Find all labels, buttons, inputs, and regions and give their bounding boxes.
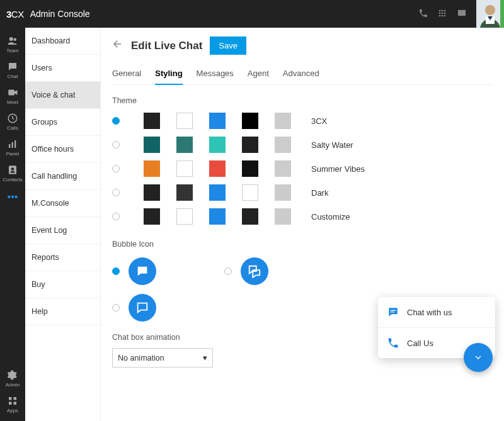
color-swatch[interactable] (176, 208, 193, 225)
dialpad-icon[interactable] (437, 8, 447, 20)
rail-item-team[interactable]: Team (0, 31, 25, 57)
rail-item-chat[interactable]: Chat (0, 57, 25, 83)
sidenav-item[interactable]: M.Console (25, 190, 100, 217)
svg-point-3 (439, 12, 441, 14)
tab[interactable]: General (112, 64, 141, 84)
animation-select-value: No animation (118, 354, 164, 362)
sidenav-item[interactable]: Office hours (25, 136, 100, 163)
color-swatch[interactable] (275, 137, 291, 153)
svg-rect-24 (9, 402, 12, 405)
theme-row: Summer Vibes (112, 160, 493, 177)
rail-item-admin[interactable]: Admin (0, 366, 25, 391)
rail-item-contacts[interactable]: Contacts (0, 160, 25, 186)
theme-row: Dark (112, 184, 493, 201)
theme-radio[interactable] (112, 213, 120, 220)
svg-rect-18 (14, 140, 16, 148)
color-swatch[interactable] (242, 208, 258, 225)
book-icon[interactable] (456, 8, 467, 20)
color-swatch[interactable] (176, 160, 193, 177)
rail-item-meet[interactable]: Meet (0, 83, 25, 109)
theme-radio[interactable] (112, 117, 120, 125)
sidenav-item[interactable]: Users (25, 55, 100, 82)
color-swatch[interactable] (144, 160, 160, 177)
chat-widget-fab[interactable] (464, 343, 493, 372)
color-swatch[interactable] (144, 137, 160, 153)
color-swatch[interactable] (242, 137, 258, 153)
svg-point-20 (11, 167, 14, 171)
theme-label: 3CX (311, 116, 327, 126)
svg-point-4 (442, 12, 444, 14)
color-swatch[interactable] (176, 137, 193, 153)
rail-more-icon[interactable]: ••• (8, 186, 18, 208)
chat-option-call-label: Call Us (407, 339, 433, 348)
color-swatch[interactable] (275, 113, 291, 129)
dial-icon[interactable] (418, 8, 428, 20)
color-swatch[interactable] (242, 113, 258, 129)
theme-label: Salty Water (311, 140, 353, 150)
tab[interactable]: Advanced (283, 64, 319, 84)
tab[interactable]: Messages (197, 64, 234, 84)
svg-rect-27 (391, 312, 394, 312)
color-swatch[interactable] (275, 208, 291, 225)
color-swatch[interactable] (209, 113, 226, 129)
bubble-icon-option-1[interactable] (129, 257, 156, 285)
theme-radio[interactable] (112, 165, 120, 172)
svg-point-12 (9, 37, 13, 41)
sidenav-item[interactable]: Reports (25, 244, 100, 271)
chat-option-chat[interactable]: Chat with us (378, 297, 495, 327)
color-swatch[interactable] (209, 160, 226, 177)
color-swatch[interactable] (144, 208, 160, 225)
svg-point-1 (442, 9, 444, 11)
rail-item-panel[interactable]: Panel (0, 135, 25, 160)
bubble-icon-option-2[interactable] (241, 257, 268, 285)
color-swatch[interactable] (275, 160, 291, 177)
sidenav-item[interactable]: Help (25, 298, 100, 325)
theme-label: Customize (311, 212, 350, 222)
theme-row: 3CX (112, 113, 493, 129)
bubble-radio-2[interactable] (224, 267, 232, 275)
bubble-radio-1[interactable] (112, 267, 120, 275)
theme-row: Salty Water (112, 137, 493, 153)
svg-point-2 (444, 9, 446, 11)
svg-point-13 (14, 38, 17, 42)
section-bubble-label: Bubble Icon (112, 240, 493, 249)
theme-row: Customize (112, 208, 493, 225)
sidenav-item[interactable]: Dashboard (25, 28, 100, 55)
sidenav-item[interactable]: Groups (25, 109, 100, 136)
tab[interactable]: Agent (248, 64, 269, 84)
back-button[interactable] (112, 38, 123, 53)
color-swatch[interactable] (144, 184, 160, 201)
color-swatch[interactable] (176, 184, 193, 201)
animation-select[interactable]: No animation ▾ (112, 348, 213, 368)
rail-item-apps[interactable]: Apps (0, 391, 25, 417)
page-title: Edit Live Chat (131, 40, 202, 52)
color-swatch[interactable] (209, 208, 226, 225)
sidenav-item[interactable]: Event Log (25, 217, 100, 244)
tab[interactable]: Styling (155, 64, 182, 84)
chat-option-chat-label: Chat with us (407, 308, 452, 317)
svg-point-7 (442, 14, 444, 16)
svg-point-6 (439, 14, 441, 16)
save-button[interactable]: Save (210, 36, 246, 55)
sidenav-item[interactable]: Voice & chat (25, 82, 100, 109)
theme-radio[interactable] (112, 141, 120, 149)
bubble-icon-option-3[interactable] (129, 294, 156, 322)
color-swatch[interactable] (144, 113, 160, 129)
avatar[interactable] (476, 0, 504, 28)
svg-point-5 (444, 12, 446, 14)
bubble-radio-3[interactable] (112, 304, 120, 312)
sidenav-item[interactable]: Call handling (25, 163, 100, 190)
color-swatch[interactable] (209, 184, 226, 201)
sidenav-item[interactable]: Buy (25, 271, 100, 298)
color-swatch[interactable] (242, 160, 258, 177)
svg-rect-25 (14, 402, 17, 405)
rail-item-calls[interactable]: Calls (0, 109, 25, 135)
tabstrip: GeneralStylingMessagesAgentAdvanced (112, 64, 493, 85)
brand-logo: 3CX (6, 9, 24, 20)
color-swatch[interactable] (176, 113, 193, 129)
color-swatch[interactable] (275, 184, 291, 201)
theme-radio[interactable] (112, 189, 120, 196)
svg-rect-16 (9, 144, 10, 148)
color-swatch[interactable] (209, 137, 226, 153)
color-swatch[interactable] (242, 184, 258, 201)
